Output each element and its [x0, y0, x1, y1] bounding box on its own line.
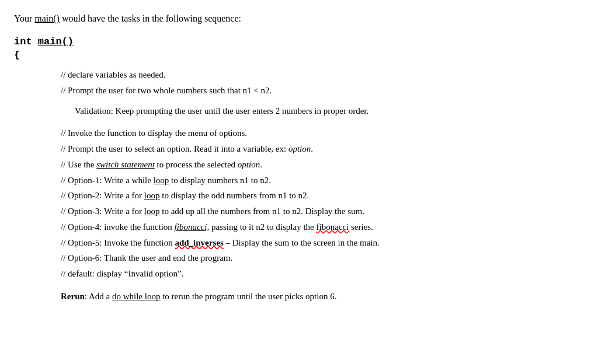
line10-suffix: – Display the sum to the screen in the m…	[224, 238, 380, 247]
rerun-underline: do while loop	[112, 292, 161, 301]
code-signature: int main()	[14, 36, 584, 47]
line9-suffix: series.	[349, 222, 373, 232]
line9-spellcheck: fibonacci	[316, 222, 349, 232]
line6-prefix: // Option-1: Write a while	[61, 176, 154, 185]
line5-prefix: // Use the	[61, 160, 96, 169]
rerun-line: Rerun: Add a do while loop to rerun the …	[61, 289, 584, 304]
comment-line-2: // Prompt the user for two whole numbers…	[61, 83, 584, 98]
line10-prefix: // Option-5: Invoke the function	[61, 238, 175, 247]
line4-prefix: // Prompt the user to select an option. …	[61, 144, 288, 153]
comment-line-7: // Option-2: Write a for loop to display…	[61, 188, 584, 203]
line9-middle: passing to it n2 to display the	[209, 222, 316, 232]
line8-underline: loop	[144, 206, 160, 216]
line7-underline: loop	[144, 191, 160, 200]
comment-line-9: // Option-4: invoke the function fibonac…	[61, 220, 584, 235]
line9-prefix: // Option-4: invoke the function	[61, 222, 175, 232]
rerun-bold: Rerun	[61, 292, 85, 301]
comment-line-8: // Option-3: Write a for loop to add up …	[61, 204, 584, 219]
line5-italic-underline: switch statement	[96, 160, 155, 169]
comment-line-1: // declare variables as needed.	[61, 68, 584, 82]
line4-italic: option	[288, 144, 311, 153]
main-link: main()	[34, 13, 60, 23]
line5-italic2: option	[238, 160, 260, 169]
comment-line-5: // Use the switch statement to process t…	[61, 158, 584, 172]
line6-underline: loop	[154, 176, 169, 185]
function-name: main()	[38, 36, 74, 47]
content-area: // declare variables as needed. // Promp…	[14, 68, 584, 304]
line5-suffix: .	[260, 160, 262, 169]
line8-suffix: to add up all the numbers from n1 to n2.…	[160, 206, 364, 216]
comment-line-11: // Option-6: Thank the user and end the …	[61, 251, 584, 265]
comment-line-12: // default: display “Invalid option”.	[61, 267, 584, 281]
line8-prefix: // Option-3: Write a for	[61, 206, 144, 216]
line9-italic-underline: fibonacci,	[175, 222, 210, 232]
rerun-suffix: to rerun the program until the user pick…	[160, 292, 336, 301]
line6-suffix: to display numbers n1 to n2.	[169, 176, 271, 185]
intro-text-after: would have the tasks in the following se…	[60, 13, 241, 23]
comment-line-6: // Option-1: Write a while loop to displ…	[61, 173, 584, 188]
line4-suffix: .	[311, 144, 313, 153]
rerun-prefix: : Add a	[85, 292, 112, 301]
intro-text-before: Your	[14, 13, 34, 23]
comment-line-3: // Invoke the function to display the me…	[61, 126, 584, 141]
line7-prefix: // Option-2: Write a for	[61, 191, 144, 200]
line10-bold-underline: add_inverses	[175, 238, 223, 247]
keyword-int: int	[14, 36, 32, 47]
line5-suffix-prefix: to process the selected	[155, 160, 238, 169]
intro-paragraph: Your main() would have the tasks in the …	[14, 12, 584, 26]
validation-line: Validation: Keep prompting the user unti…	[61, 104, 584, 118]
comment-line-10: // Option-5: Invoke the function add_inv…	[61, 236, 584, 250]
line7-suffix: to display the odd numbers from n1 to n2…	[160, 191, 310, 200]
open-brace: {	[14, 50, 584, 61]
comment-line-4: // Prompt the user to select an option. …	[61, 142, 584, 156]
